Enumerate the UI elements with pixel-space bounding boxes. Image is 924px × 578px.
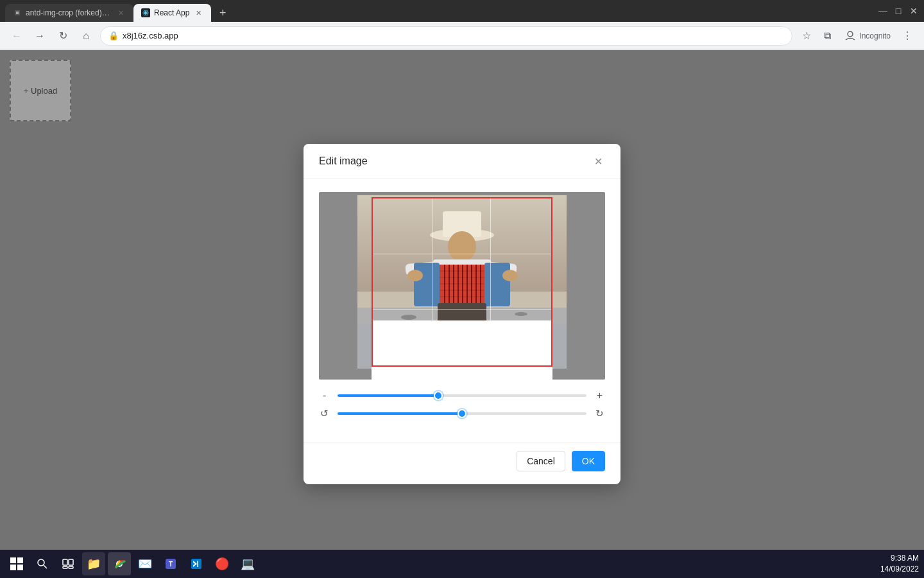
- svg-rect-44: [63, 559, 67, 565]
- svg-point-42: [38, 559, 44, 566]
- minimize-button[interactable]: —: [878, 6, 888, 16]
- svg-rect-20: [414, 263, 440, 306]
- svg-point-16: [448, 231, 476, 262]
- taskbar-right: 9:38 AM 14/09/2022: [880, 553, 919, 575]
- task-view-icon: [62, 557, 74, 570]
- svg-line-43: [44, 565, 47, 568]
- edit-image-modal: Edit image ✕: [304, 144, 620, 484]
- search-icon: [36, 557, 49, 570]
- zoom-slider-row: - +: [319, 390, 605, 401]
- svg-rect-45: [69, 559, 73, 565]
- tab-codeSandbox[interactable]: antd-img-crop (forked) - CodeS… ✕: [5, 4, 133, 22]
- modal-header: Edit image ✕: [304, 144, 620, 179]
- svg-point-38: [502, 270, 518, 281]
- taskbar-date-display: 14/09/2022: [880, 564, 919, 575]
- window-controls: — □ ✕: [878, 6, 919, 16]
- zoom-minus-icon[interactable]: -: [319, 390, 330, 401]
- tab-strip: antd-img-crop (forked) - CodeS… ✕ React …: [5, 0, 232, 22]
- incognito-icon: [844, 30, 857, 42]
- rotate-left-icon[interactable]: ↺: [319, 408, 330, 419]
- taskbar-app5[interactable]: 🔴: [210, 552, 234, 575]
- taskbar-mail[interactable]: ✉️: [133, 552, 157, 575]
- home-button[interactable]: ⌂: [77, 27, 95, 45]
- svg-rect-36: [484, 263, 510, 306]
- split-screen-button[interactable]: ⧉: [818, 27, 836, 45]
- more-button[interactable]: ⋮: [898, 27, 916, 45]
- tab-reactApp[interactable]: React App ✕: [133, 4, 211, 22]
- cancel-button[interactable]: Cancel: [517, 451, 565, 471]
- windows-logo-icon: [10, 557, 23, 570]
- modal-overlay: Edit image ✕: [0, 50, 924, 578]
- windows-start-button[interactable]: [5, 552, 28, 575]
- taskbar-teams[interactable]: T: [159, 552, 182, 575]
- photo-bg: [357, 195, 567, 369]
- maximize-button[interactable]: □: [893, 6, 903, 16]
- teams-icon: T: [164, 557, 177, 570]
- back-button[interactable]: ←: [8, 27, 26, 45]
- taskbar-vscode[interactable]: [185, 552, 208, 575]
- svg-point-37: [407, 270, 423, 281]
- chrome-icon: [113, 557, 126, 570]
- taskbar: 📁 ✉️ T 🔴 💻 9:38 AM 14/09/2022: [0, 550, 924, 578]
- svg-rect-1: [16, 12, 19, 14]
- svg-rect-47: [69, 566, 73, 568]
- svg-text:T: T: [169, 561, 173, 568]
- bookmark-button[interactable]: ☆: [798, 27, 816, 45]
- svg-point-41: [515, 312, 527, 316]
- refresh-button[interactable]: ↻: [54, 27, 72, 45]
- svg-rect-39: [438, 303, 486, 342]
- photo-svg: [357, 195, 567, 369]
- lock-icon: 🔒: [108, 31, 119, 40]
- address-text: x8j16z.csb.app: [123, 31, 784, 40]
- zoom-slider[interactable]: [338, 394, 586, 397]
- taskbar-search[interactable]: [31, 552, 54, 575]
- modal-footer: Cancel OK: [304, 442, 620, 484]
- svg-point-40: [401, 315, 416, 320]
- address-bar[interactable]: 🔒 x8j16z.csb.app: [100, 26, 792, 46]
- tab-codeSandbox-title: antd-img-crop (forked) - CodeS…: [26, 8, 112, 17]
- nav-right: ☆ ⧉ Incognito ⋮: [798, 27, 916, 45]
- tab-reactApp-title: React App: [154, 8, 189, 17]
- zoom-plus-icon[interactable]: +: [594, 390, 605, 401]
- taskbar-task-view[interactable]: [56, 552, 80, 575]
- taskbar-clock: 9:38 AM 14/09/2022: [880, 553, 919, 575]
- svg-point-6: [848, 31, 853, 37]
- crop-canvas[interactable]: [319, 192, 605, 380]
- tab-reactApp-close[interactable]: ✕: [193, 8, 203, 18]
- page-content: + Upload Edit image ✕: [0, 50, 924, 578]
- title-bar: antd-img-crop (forked) - CodeS… ✕ React …: [0, 0, 924, 22]
- ok-button[interactable]: OK: [572, 451, 605, 471]
- close-button[interactable]: ✕: [909, 6, 919, 16]
- modal-body: - + ↺ ↻: [304, 179, 620, 437]
- taskbar-app6[interactable]: 💻: [236, 552, 259, 575]
- tab-codeSandbox-close[interactable]: ✕: [116, 8, 126, 18]
- modal-title: Edit image: [319, 155, 368, 167]
- forward-button[interactable]: →: [31, 27, 49, 45]
- sliders-section: - + ↺ ↻: [319, 380, 605, 431]
- incognito-button[interactable]: Incognito: [839, 27, 896, 45]
- taskbar-time-display: 9:38 AM: [880, 553, 919, 564]
- taskbar-file-explorer[interactable]: 📁: [82, 552, 105, 575]
- modal-close-button[interactable]: ✕: [591, 154, 605, 168]
- rotate-slider[interactable]: [338, 412, 586, 415]
- svg-rect-46: [63, 566, 67, 568]
- rotate-right-icon[interactable]: ↻: [594, 408, 605, 419]
- rotate-slider-row: ↺ ↻: [319, 408, 605, 419]
- nav-bar: ← → ↻ ⌂ 🔒 x8j16z.csb.app ☆ ⧉ Incognito ⋮: [0, 22, 924, 50]
- crop-photo: [357, 195, 567, 369]
- svg-point-2: [145, 12, 147, 14]
- vscode-icon: [190, 557, 203, 570]
- new-tab-button[interactable]: +: [214, 4, 232, 22]
- incognito-label: Incognito: [859, 31, 891, 40]
- taskbar-chrome[interactable]: [108, 552, 131, 575]
